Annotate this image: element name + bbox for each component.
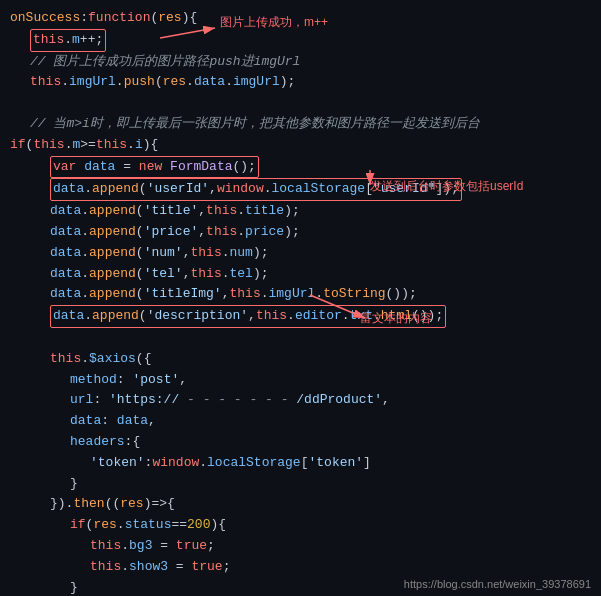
- code-line-23: }: [10, 474, 591, 495]
- code-line-13: data.append('tel',this.tel);: [10, 264, 591, 285]
- code-line-6: // 当m>i时，即上传最后一张图片时，把其他参数和图片路径一起发送到后台: [10, 114, 591, 135]
- code-line-12: data.append('num',this.num);: [10, 243, 591, 264]
- code-line-4: this.imgUrl.push(res.data.imgUrl);: [10, 72, 591, 93]
- code-line-26: this.bg3 = true;: [10, 536, 591, 557]
- code-line-27: this.show3 = true;: [10, 557, 591, 578]
- code-line-15: data.append('description',this.editor.tx…: [10, 305, 591, 328]
- code-line-14: data.append('titleImg',this.imgUrl.toStr…: [10, 284, 591, 305]
- code-line-8: var data = new FormData();: [10, 156, 591, 179]
- code-line-25: if(res.status==200){: [10, 515, 591, 536]
- code-area: onSuccess:function(res){ this.m++; // 图片…: [0, 0, 601, 596]
- code-line-16: [10, 328, 591, 349]
- code-line-5: [10, 93, 591, 114]
- annotation-send-params: 发送到后台时参数包括userId: [370, 178, 523, 195]
- annotation-upload-success: 图片上传成功，m++: [220, 14, 328, 31]
- code-line-10: data.append('title',this.title);: [10, 201, 591, 222]
- code-line-3: // 图片上传成功后的图片路径push进imgUrl: [10, 52, 591, 73]
- code-line-18: method: 'post',: [10, 370, 591, 391]
- code-line-7: if(this.m>=this.i){: [10, 135, 591, 156]
- annotation-rich-text: 富文本的内容: [360, 310, 432, 327]
- watermark: https://blog.csdn.net/weixin_39378691: [404, 578, 591, 590]
- code-line-11: data.append('price',this.price);: [10, 222, 591, 243]
- code-line-21: headers:{: [10, 432, 591, 453]
- code-line-19: url: 'https:// - - - - - - - /ddProduct'…: [10, 390, 591, 411]
- code-line-17: this.$axios({: [10, 349, 591, 370]
- code-line-2: this.m++;: [10, 29, 591, 52]
- code-line-24: }).then((res)=>{: [10, 494, 591, 515]
- code-line-20: data: data,: [10, 411, 591, 432]
- code-line-22: 'token':window.localStorage['token']: [10, 453, 591, 474]
